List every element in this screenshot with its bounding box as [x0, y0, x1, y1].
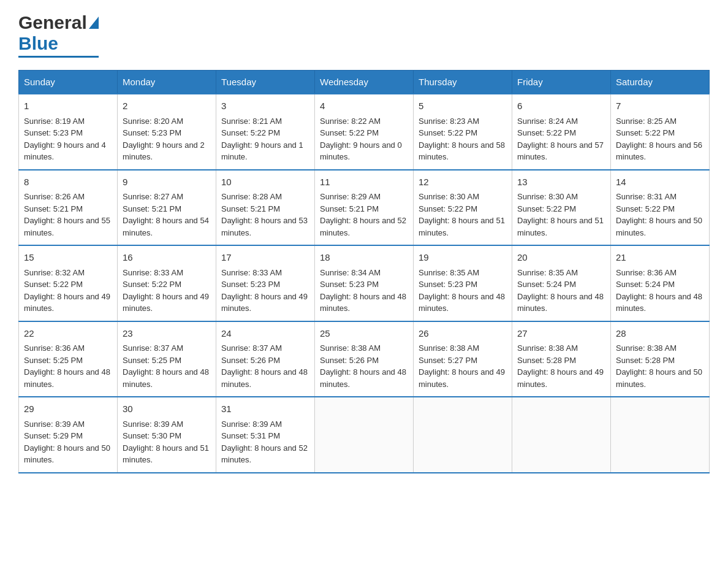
sunset-text: Sunset: 5:22 PM [517, 204, 576, 213]
daylight-text: Daylight: 8 hours and 50 minutes. [616, 367, 702, 389]
calendar-cell: 5Sunrise: 8:23 AMSunset: 5:22 PMDaylight… [414, 94, 512, 170]
sunrise-text: Sunrise: 8:38 AM [320, 343, 381, 353]
calendar-cell: 12Sunrise: 8:30 AMSunset: 5:22 PMDayligh… [414, 170, 512, 246]
calendar-week-row: 15Sunrise: 8:32 AMSunset: 5:22 PMDayligh… [19, 245, 710, 321]
daylight-text: Daylight: 8 hours and 50 minutes. [616, 216, 702, 237]
logo: General Blue [18, 12, 99, 58]
sunrise-text: Sunrise: 8:30 AM [419, 192, 479, 201]
day-number: 3 [221, 99, 309, 113]
sunset-text: Sunset: 5:24 PM [517, 280, 576, 289]
sunset-text: Sunset: 5:22 PM [320, 128, 379, 137]
sunset-text: Sunset: 5:26 PM [221, 356, 280, 365]
daylight-text: Daylight: 8 hours and 55 minutes. [24, 216, 110, 237]
daylight-text: Daylight: 8 hours and 51 minutes. [419, 216, 505, 237]
sunset-text: Sunset: 5:21 PM [24, 204, 83, 213]
sunrise-text: Sunrise: 8:38 AM [616, 343, 677, 353]
sunrise-text: Sunrise: 8:38 AM [517, 343, 578, 353]
sunset-text: Sunset: 5:25 PM [123, 356, 181, 365]
sunset-text: Sunset: 5:22 PM [24, 280, 83, 289]
sunrise-text: Sunrise: 8:39 AM [221, 419, 282, 429]
daylight-text: Daylight: 8 hours and 48 minutes. [616, 292, 702, 313]
daylight-text: Daylight: 8 hours and 49 minutes. [24, 292, 110, 313]
sunset-text: Sunset: 5:22 PM [616, 204, 675, 213]
day-number: 8 [24, 175, 112, 190]
daylight-text: Daylight: 8 hours and 50 minutes. [24, 443, 110, 465]
day-number: 17 [221, 251, 309, 265]
sunrise-text: Sunrise: 8:39 AM [123, 419, 183, 429]
sunrise-text: Sunrise: 8:28 AM [221, 192, 282, 201]
daylight-text: Daylight: 8 hours and 49 minutes. [221, 292, 308, 313]
sunrise-text: Sunrise: 8:29 AM [320, 192, 381, 201]
daylight-text: Daylight: 9 hours and 4 minutes. [24, 140, 106, 162]
day-number: 27 [517, 327, 605, 341]
daylight-text: Daylight: 8 hours and 49 minutes. [419, 367, 505, 389]
daylight-text: Daylight: 8 hours and 52 minutes. [320, 216, 406, 237]
calendar-cell: 30Sunrise: 8:39 AMSunset: 5:30 PMDayligh… [118, 397, 216, 473]
sunset-text: Sunset: 5:28 PM [616, 356, 675, 365]
daylight-text: Daylight: 8 hours and 48 minutes. [24, 367, 110, 389]
calendar-cell: 25Sunrise: 8:38 AMSunset: 5:26 PMDayligh… [315, 321, 414, 397]
calendar-header-row: SundayMondayTuesdayWednesdayThursdayFrid… [19, 71, 710, 94]
daylight-text: Daylight: 8 hours and 49 minutes. [517, 367, 604, 389]
day-number: 22 [24, 327, 112, 341]
daylight-text: Daylight: 8 hours and 53 minutes. [221, 216, 308, 237]
calendar-cell: 18Sunrise: 8:34 AMSunset: 5:23 PMDayligh… [315, 245, 414, 321]
daylight-text: Daylight: 8 hours and 54 minutes. [123, 216, 209, 237]
sunrise-text: Sunrise: 8:23 AM [419, 117, 479, 126]
daylight-text: Daylight: 8 hours and 48 minutes. [320, 292, 406, 313]
calendar-cell [414, 397, 512, 473]
daylight-text: Daylight: 9 hours and 2 minutes. [123, 140, 205, 162]
calendar-week-row: 29Sunrise: 8:39 AMSunset: 5:29 PMDayligh… [19, 397, 710, 473]
sunrise-text: Sunrise: 8:36 AM [616, 268, 677, 277]
sunrise-text: Sunrise: 8:34 AM [320, 268, 381, 277]
day-number: 18 [320, 251, 408, 265]
calendar-week-row: 8Sunrise: 8:26 AMSunset: 5:21 PMDaylight… [19, 170, 710, 246]
daylight-text: Daylight: 8 hours and 58 minutes. [419, 140, 505, 162]
calendar-cell: 1Sunrise: 8:19 AMSunset: 5:23 PMDaylight… [19, 94, 118, 170]
sunset-text: Sunset: 5:21 PM [123, 204, 181, 213]
sunset-text: Sunset: 5:27 PM [419, 356, 477, 365]
daylight-text: Daylight: 8 hours and 48 minutes. [221, 367, 308, 389]
day-number: 5 [419, 99, 507, 113]
sunset-text: Sunset: 5:26 PM [320, 356, 379, 365]
day-number: 20 [517, 251, 605, 265]
sunrise-text: Sunrise: 8:25 AM [616, 117, 677, 126]
calendar-cell: 22Sunrise: 8:36 AMSunset: 5:25 PMDayligh… [19, 321, 118, 397]
daylight-text: Daylight: 8 hours and 49 minutes. [123, 292, 209, 313]
logo-underline [18, 56, 99, 58]
calendar-week-row: 1Sunrise: 8:19 AMSunset: 5:23 PMDaylight… [19, 94, 710, 170]
sunset-text: Sunset: 5:25 PM [24, 356, 83, 365]
calendar-cell: 3Sunrise: 8:21 AMSunset: 5:22 PMDaylight… [216, 94, 315, 170]
calendar-cell: 27Sunrise: 8:38 AMSunset: 5:28 PMDayligh… [512, 321, 611, 397]
calendar-cell [512, 397, 611, 473]
daylight-text: Daylight: 8 hours and 48 minutes. [320, 367, 406, 389]
calendar-cell: 7Sunrise: 8:25 AMSunset: 5:22 PMDaylight… [611, 94, 710, 170]
day-number: 12 [419, 175, 507, 190]
column-header-tuesday: Tuesday [216, 71, 315, 94]
column-header-saturday: Saturday [611, 71, 710, 94]
calendar-cell: 21Sunrise: 8:36 AMSunset: 5:24 PMDayligh… [611, 245, 710, 321]
day-number: 14 [616, 175, 704, 190]
calendar-cell: 23Sunrise: 8:37 AMSunset: 5:25 PMDayligh… [118, 321, 216, 397]
day-number: 29 [24, 402, 112, 416]
daylight-text: Daylight: 8 hours and 51 minutes. [123, 443, 209, 465]
sunrise-text: Sunrise: 8:24 AM [517, 117, 578, 126]
sunset-text: Sunset: 5:23 PM [320, 280, 379, 289]
daylight-text: Daylight: 8 hours and 48 minutes. [419, 292, 505, 313]
sunrise-text: Sunrise: 8:33 AM [123, 268, 183, 277]
sunrise-text: Sunrise: 8:31 AM [616, 192, 677, 201]
calendar-table: SundayMondayTuesdayWednesdayThursdayFrid… [18, 70, 710, 473]
day-number: 23 [123, 327, 211, 341]
day-number: 10 [221, 175, 309, 190]
day-number: 4 [320, 99, 408, 113]
daylight-text: Daylight: 8 hours and 51 minutes. [517, 216, 604, 237]
day-number: 31 [221, 402, 309, 416]
day-number: 15 [24, 251, 112, 265]
sunset-text: Sunset: 5:29 PM [24, 431, 83, 440]
sunset-text: Sunset: 5:23 PM [419, 280, 477, 289]
sunset-text: Sunset: 5:22 PM [221, 128, 280, 137]
sunrise-text: Sunrise: 8:32 AM [24, 268, 85, 277]
sunrise-text: Sunrise: 8:27 AM [123, 192, 183, 201]
day-number: 9 [123, 175, 211, 190]
sunset-text: Sunset: 5:23 PM [221, 280, 280, 289]
